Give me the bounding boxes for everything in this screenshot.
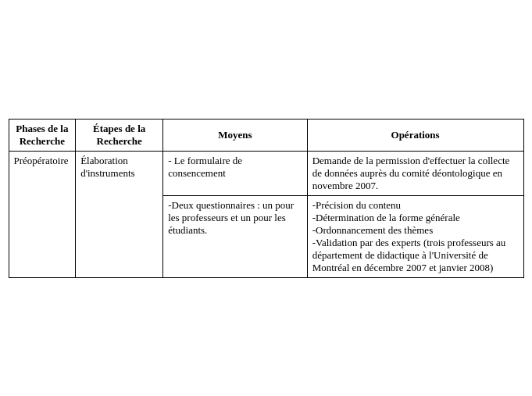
header-etapes: Étapes de la Recherche (76, 119, 163, 151)
cell-moyens-0: - Le formulaire de consencement (163, 151, 308, 195)
research-table: Phases de la Recherche Étapes de la Rech… (9, 119, 524, 278)
cell-operations-0: Demande de la permission d'effectuer la … (307, 151, 523, 195)
cell-operations-1: -Précision du contenu-Détermination de l… (307, 195, 523, 277)
header-phases: Phases de la Recherche (9, 119, 76, 151)
cell-moyens-1: -Deux questionnaires : un pour les profe… (163, 195, 308, 277)
cell-phases: Préopératoire (9, 151, 76, 277)
cell-etapes: Élaboration d'instruments (76, 151, 163, 277)
header-operations: Opérations (307, 119, 523, 151)
header-moyens: Moyens (163, 119, 308, 151)
